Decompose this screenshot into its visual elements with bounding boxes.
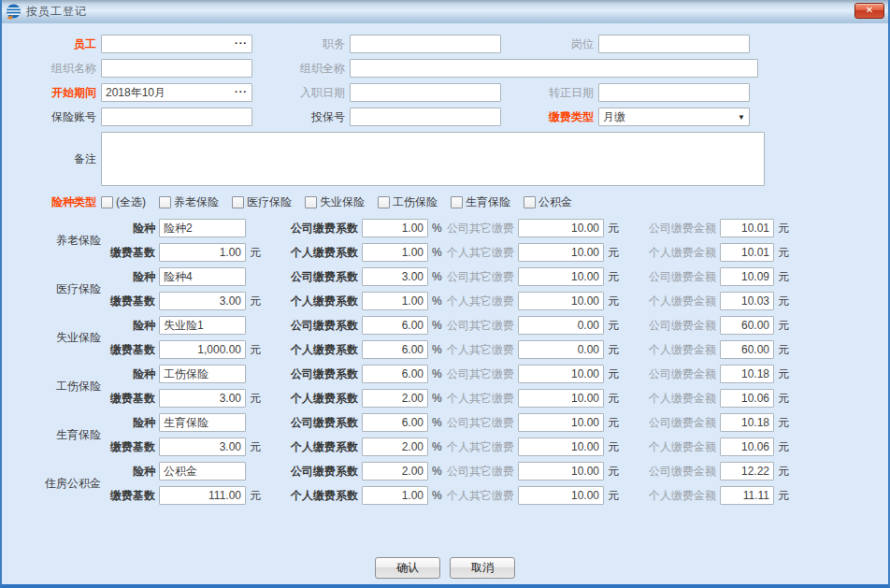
personal-coefficient-input[interactable] — [362, 437, 428, 456]
personal-amount-label: 个人缴费金额 — [626, 294, 716, 309]
personal-other-label: 个人其它缴费 — [445, 488, 514, 504]
payment-type-select[interactable]: 月缴 ▼ — [598, 108, 750, 126]
payment-base-input[interactable] — [159, 292, 246, 310]
company-coefficient-input[interactable] — [362, 413, 428, 432]
personal-other-input[interactable] — [518, 486, 604, 505]
form-row-3: 开始期间 ··· 入职日期 转正日期 — [4, 83, 886, 102]
personal-other-input[interactable] — [518, 389, 604, 408]
company-other-input[interactable] — [518, 462, 604, 480]
employee-lookup-button[interactable]: ··· — [233, 36, 250, 50]
personal-other-input[interactable] — [518, 340, 604, 359]
company-coefficient-label: 公司缴费系数 — [268, 415, 358, 431]
position-input[interactable] — [350, 35, 501, 53]
company-coefficient-input[interactable] — [362, 365, 428, 383]
personal-other-label: 个人其它缴费 — [445, 391, 514, 407]
company-coefficient-input[interactable] — [362, 462, 428, 480]
personal-coefficient-input[interactable] — [362, 486, 428, 505]
form-row-4: 保险账号 投保号 缴费类型 月缴 ▼ — [4, 108, 886, 126]
checkbox-icon[interactable] — [232, 196, 244, 208]
payment-base-input[interactable] — [159, 389, 246, 408]
company-other-input[interactable] — [518, 316, 604, 335]
insurance-types-checkboxes: (全选) 养老保险 医疗保险 失业保险 工伤保险 生育保险 公积金 — [101, 194, 585, 210]
payment-base-input[interactable] — [159, 243, 246, 262]
company-coefficient-input[interactable] — [362, 316, 428, 335]
insurance-type-option[interactable]: 失业保险 — [305, 194, 365, 210]
personal-coefficient-input[interactable] — [362, 243, 428, 262]
insurance-type-option[interactable]: 医疗保险 — [232, 194, 292, 210]
personal-other-input[interactable] — [518, 243, 604, 262]
checkbox-icon[interactable] — [159, 196, 171, 208]
remarks-label: 备注 — [4, 151, 101, 167]
yuan-unit: 元 — [604, 245, 626, 261]
regular-date-input[interactable] — [598, 83, 750, 102]
personal-amount-input[interactable] — [720, 437, 774, 456]
company-amount-input[interactable] — [720, 413, 774, 432]
insurance-account-label: 保险账号 — [4, 109, 101, 125]
insurance-type-option[interactable]: 养老保险 — [159, 194, 219, 210]
start-period-lookup-button[interactable]: ··· — [233, 85, 250, 99]
personal-other-input[interactable] — [518, 437, 604, 456]
insurance-name-input[interactable] — [159, 413, 246, 432]
checkbox-icon[interactable] — [305, 196, 317, 208]
payment-base-input[interactable] — [159, 340, 246, 359]
personal-coefficient-input[interactable] — [362, 340, 428, 359]
checkbox-icon[interactable] — [101, 196, 113, 208]
employee-input[interactable] — [101, 35, 252, 53]
company-coefficient-input[interactable] — [362, 267, 428, 286]
company-amount-input[interactable] — [720, 267, 774, 286]
company-other-input[interactable] — [518, 365, 604, 383]
personal-coefficient-input[interactable] — [362, 389, 428, 408]
insurance-name-input[interactable] — [159, 365, 246, 383]
insurance-section: 工伤保险 险种 公司缴费系数 % 公司其它缴费 元 公司缴费金额 元 缴费基数 … — [4, 365, 886, 408]
company-other-input[interactable] — [518, 219, 604, 237]
remarks-textarea[interactable] — [101, 132, 765, 186]
insurance-type-option[interactable]: 工伤保险 — [378, 194, 438, 210]
personal-amount-input[interactable] — [720, 389, 774, 408]
confirm-button[interactable]: 确认 — [375, 557, 440, 579]
insurance-name-input[interactable] — [159, 462, 246, 480]
payment-base-input[interactable] — [159, 486, 246, 505]
personal-amount-input[interactable] — [720, 340, 774, 359]
company-coefficient-label: 公司缴费系数 — [268, 221, 358, 237]
personal-amount-input[interactable] — [720, 486, 774, 505]
insurance-section-name: 失业保险 — [4, 330, 103, 346]
company-amount-input[interactable] — [720, 316, 774, 335]
org-name-input[interactable] — [101, 59, 252, 78]
personal-coefficient-label: 个人缴费系数 — [268, 294, 358, 309]
insurance-field-label: 险种 — [103, 366, 155, 382]
post-input[interactable] — [598, 35, 750, 53]
insurance-name-input[interactable] — [159, 267, 246, 286]
company-amount-input[interactable] — [720, 462, 774, 480]
yuan-unit: 元 — [604, 464, 626, 480]
personal-amount-input[interactable] — [720, 292, 774, 310]
hire-date-input[interactable] — [350, 83, 501, 102]
start-period-input[interactable] — [101, 83, 252, 102]
company-coefficient-input[interactable] — [362, 219, 428, 237]
company-amount-input[interactable] — [720, 219, 774, 237]
yuan-unit: 元 — [246, 342, 268, 358]
insurance-field-label: 险种 — [103, 415, 155, 431]
insurance-account-input[interactable] — [101, 108, 252, 126]
org-full-name-input[interactable] — [350, 59, 758, 78]
insurance-type-option[interactable]: (全选) — [101, 194, 146, 210]
personal-other-input[interactable] — [518, 292, 604, 310]
insurance-type-option[interactable]: 生育保险 — [451, 194, 510, 210]
policy-number-label: 投保号 — [252, 109, 350, 125]
checkbox-icon[interactable] — [378, 196, 390, 208]
personal-coefficient-label: 个人缴费系数 — [268, 391, 358, 407]
post-label: 岗位 — [501, 36, 598, 52]
personal-amount-input[interactable] — [720, 243, 774, 262]
policy-number-input[interactable] — [350, 108, 501, 126]
insurance-name-input[interactable] — [159, 219, 246, 237]
checkbox-icon[interactable] — [524, 196, 536, 208]
insurance-type-option[interactable]: 公积金 — [524, 194, 572, 210]
personal-coefficient-input[interactable] — [362, 292, 428, 310]
cancel-button[interactable]: 取消 — [450, 557, 515, 579]
checkbox-icon[interactable] — [451, 196, 463, 208]
company-amount-input[interactable] — [720, 365, 774, 383]
insurance-name-input[interactable] — [159, 316, 246, 335]
payment-base-input[interactable] — [159, 437, 246, 456]
company-other-input[interactable] — [518, 267, 604, 286]
company-other-input[interactable] — [518, 413, 604, 432]
close-button[interactable]: ✕ — [854, 3, 884, 19]
